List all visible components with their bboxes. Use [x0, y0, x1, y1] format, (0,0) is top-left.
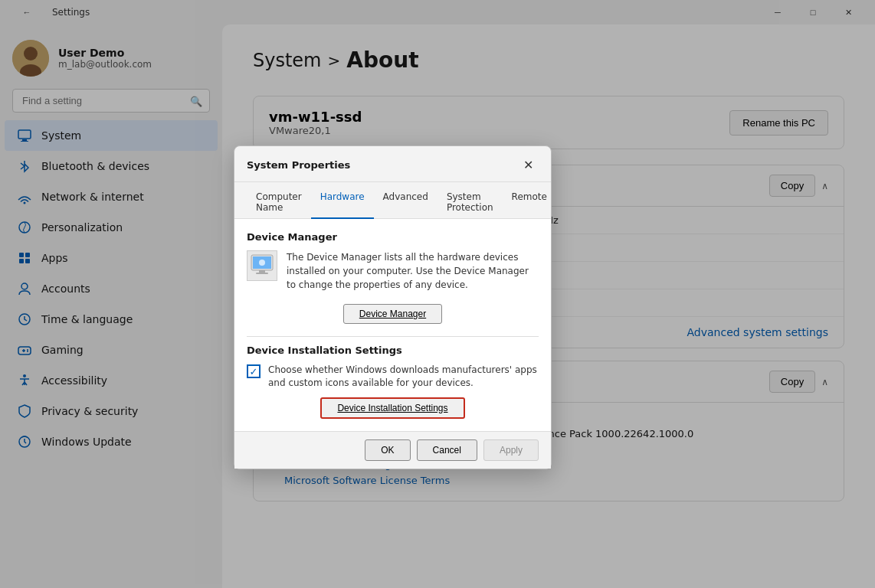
- system-properties-dialog: System Properties ✕ Computer Name Hardwa…: [234, 145, 552, 469]
- svg-rect-20: [256, 273, 268, 274]
- device-manager-description: The Device Manager lists all the hardwar…: [287, 250, 539, 292]
- device-installation-checkbox-label: Choose whether Windows downloads manufac…: [268, 364, 539, 390]
- tab-computer-name[interactable]: Computer Name: [247, 187, 311, 219]
- ok-button[interactable]: OK: [365, 439, 410, 461]
- modal-close-button[interactable]: ✕: [517, 154, 539, 175]
- tab-hardware[interactable]: Hardware: [311, 187, 374, 219]
- modal-title: System Properties: [247, 159, 350, 171]
- device-manager-icon: [247, 250, 277, 281]
- svg-point-21: [259, 260, 265, 266]
- device-manager-row: The Device Manager lists all the hardwar…: [247, 250, 539, 292]
- device-installation-checkbox-row: ✓ Choose whether Windows downloads manuf…: [247, 364, 539, 390]
- checkmark-icon: ✓: [250, 366, 258, 377]
- modal-tabs: Computer Name Hardware Advanced System P…: [234, 182, 551, 219]
- modal-body: Device Manager The Device Manager lists …: [234, 219, 551, 431]
- tab-advanced[interactable]: Advanced: [374, 187, 437, 219]
- modal-overlay: System Properties ✕ Computer Name Hardwa…: [0, 0, 875, 588]
- device-installation-section-title: Device Installation Settings: [247, 345, 539, 356]
- tab-system-protection[interactable]: System Protection: [437, 187, 503, 219]
- modal-footer: OK Cancel Apply: [234, 431, 551, 469]
- modal-titlebar: System Properties ✕: [234, 146, 551, 182]
- device-installation-settings-button[interactable]: Device Installation Settings: [320, 397, 464, 419]
- apply-button[interactable]: Apply: [483, 439, 539, 461]
- tab-remote[interactable]: Remote: [503, 187, 556, 219]
- svg-rect-19: [259, 270, 265, 273]
- device-manager-section-title: Device Manager: [247, 231, 539, 243]
- device-installation-section: Device Installation Settings ✓ Choose wh…: [247, 345, 539, 419]
- cancel-button[interactable]: Cancel: [417, 439, 477, 461]
- device-installation-checkbox[interactable]: ✓: [247, 364, 261, 378]
- section-divider: [247, 336, 539, 337]
- device-manager-button[interactable]: Device Manager: [343, 304, 442, 324]
